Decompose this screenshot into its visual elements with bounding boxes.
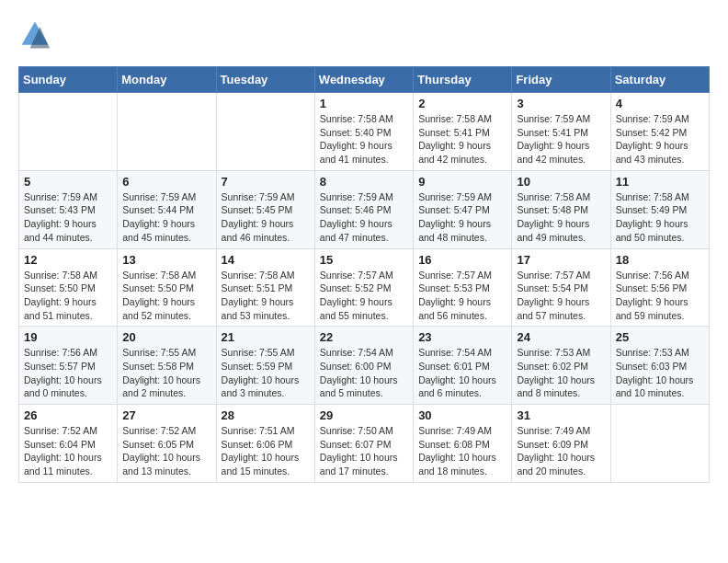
calendar-cell: 11Sunrise: 7:58 AM Sunset: 5:49 PM Dayli…: [610, 170, 709, 248]
calendar-cell: 13Sunrise: 7:58 AM Sunset: 5:50 PM Dayli…: [118, 248, 216, 327]
day-info: Sunrise: 7:59 AM Sunset: 5:47 PM Dayligh…: [418, 190, 506, 245]
calendar-cell: [216, 93, 314, 171]
calendar-week-row: 26Sunrise: 7:52 AM Sunset: 6:04 PM Dayli…: [19, 405, 710, 483]
day-number: 11: [616, 175, 704, 189]
day-info: Sunrise: 7:59 AM Sunset: 5:43 PM Dayligh…: [24, 190, 112, 245]
day-number: 18: [616, 253, 704, 267]
calendar-cell: 15Sunrise: 7:57 AM Sunset: 5:52 PM Dayli…: [314, 248, 413, 327]
calendar-cell: 14Sunrise: 7:58 AM Sunset: 5:51 PM Dayli…: [216, 248, 314, 327]
logo: [18, 18, 55, 52]
col-header-friday: Friday: [512, 67, 610, 93]
day-info: Sunrise: 7:58 AM Sunset: 5:49 PM Dayligh…: [616, 190, 704, 245]
calendar-cell: 24Sunrise: 7:53 AM Sunset: 6:02 PM Dayli…: [512, 327, 610, 405]
logo-icon: [18, 18, 51, 52]
col-header-sunday: Sunday: [19, 67, 118, 93]
day-number: 20: [122, 330, 210, 344]
calendar-header-row: SundayMondayTuesdayWednesdayThursdayFrid…: [19, 67, 710, 93]
day-info: Sunrise: 7:56 AM Sunset: 5:56 PM Dayligh…: [616, 269, 704, 323]
header: [18, 18, 710, 52]
calendar-cell: 1Sunrise: 7:58 AM Sunset: 5:40 PM Daylig…: [314, 93, 413, 171]
day-number: 26: [24, 408, 112, 422]
calendar-cell: 27Sunrise: 7:52 AM Sunset: 6:05 PM Dayli…: [118, 405, 216, 483]
day-info: Sunrise: 7:49 AM Sunset: 6:09 PM Dayligh…: [517, 424, 605, 478]
day-info: Sunrise: 7:53 AM Sunset: 6:02 PM Dayligh…: [517, 346, 605, 400]
calendar-week-row: 19Sunrise: 7:56 AM Sunset: 5:57 PM Dayli…: [19, 327, 710, 405]
day-info: Sunrise: 7:57 AM Sunset: 5:53 PM Dayligh…: [418, 269, 506, 323]
day-number: 15: [320, 253, 408, 267]
day-info: Sunrise: 7:52 AM Sunset: 6:04 PM Dayligh…: [24, 424, 112, 478]
day-number: 24: [517, 330, 605, 344]
calendar-cell: [118, 93, 216, 171]
day-number: 17: [517, 253, 605, 267]
day-number: 13: [122, 253, 210, 267]
day-info: Sunrise: 7:50 AM Sunset: 6:07 PM Dayligh…: [320, 424, 408, 478]
day-info: Sunrise: 7:59 AM Sunset: 5:41 PM Dayligh…: [517, 112, 605, 167]
day-number: 6: [122, 175, 210, 189]
calendar-cell: 29Sunrise: 7:50 AM Sunset: 6:07 PM Dayli…: [314, 405, 413, 483]
calendar-cell: 3Sunrise: 7:59 AM Sunset: 5:41 PM Daylig…: [512, 93, 610, 171]
day-info: Sunrise: 7:59 AM Sunset: 5:45 PM Dayligh…: [222, 190, 310, 245]
day-number: 16: [418, 253, 506, 267]
calendar-cell: 8Sunrise: 7:59 AM Sunset: 5:46 PM Daylig…: [314, 170, 413, 248]
day-info: Sunrise: 7:58 AM Sunset: 5:41 PM Dayligh…: [418, 112, 506, 167]
day-info: Sunrise: 7:55 AM Sunset: 5:59 PM Dayligh…: [222, 346, 310, 400]
day-info: Sunrise: 7:55 AM Sunset: 5:58 PM Dayligh…: [122, 346, 210, 400]
col-header-tuesday: Tuesday: [216, 67, 314, 93]
calendar-cell: 22Sunrise: 7:54 AM Sunset: 6:00 PM Dayli…: [314, 327, 413, 405]
day-number: 7: [222, 175, 310, 189]
calendar-cell: 19Sunrise: 7:56 AM Sunset: 5:57 PM Dayli…: [19, 327, 118, 405]
day-info: Sunrise: 7:58 AM Sunset: 5:50 PM Dayligh…: [24, 269, 112, 323]
calendar-cell: 21Sunrise: 7:55 AM Sunset: 5:59 PM Dayli…: [216, 327, 314, 405]
calendar-cell: 10Sunrise: 7:58 AM Sunset: 5:48 PM Dayli…: [512, 170, 610, 248]
calendar-cell: 25Sunrise: 7:53 AM Sunset: 6:03 PM Dayli…: [610, 327, 709, 405]
day-info: Sunrise: 7:58 AM Sunset: 5:48 PM Dayligh…: [517, 190, 605, 245]
day-number: 30: [418, 408, 506, 422]
calendar-cell: 5Sunrise: 7:59 AM Sunset: 5:43 PM Daylig…: [19, 170, 118, 248]
day-number: 31: [517, 408, 605, 422]
col-header-monday: Monday: [118, 67, 216, 93]
day-number: 1: [320, 97, 408, 110]
calendar-cell: 20Sunrise: 7:55 AM Sunset: 5:58 PM Dayli…: [118, 327, 216, 405]
day-number: 10: [517, 175, 605, 189]
day-number: 4: [616, 97, 704, 110]
day-info: Sunrise: 7:59 AM Sunset: 5:42 PM Dayligh…: [616, 112, 704, 167]
calendar-cell: [610, 405, 709, 483]
calendar-week-row: 5Sunrise: 7:59 AM Sunset: 5:43 PM Daylig…: [19, 170, 710, 248]
day-number: 21: [222, 330, 310, 344]
calendar-cell: 12Sunrise: 7:58 AM Sunset: 5:50 PM Dayli…: [19, 248, 118, 327]
calendar-cell: 28Sunrise: 7:51 AM Sunset: 6:06 PM Dayli…: [216, 405, 314, 483]
day-info: Sunrise: 7:59 AM Sunset: 5:44 PM Dayligh…: [122, 190, 210, 245]
day-number: 9: [418, 175, 506, 189]
day-info: Sunrise: 7:58 AM Sunset: 5:51 PM Dayligh…: [222, 269, 310, 323]
day-number: 5: [24, 175, 112, 189]
day-info: Sunrise: 7:59 AM Sunset: 5:46 PM Dayligh…: [320, 190, 408, 245]
calendar-cell: 23Sunrise: 7:54 AM Sunset: 6:01 PM Dayli…: [414, 327, 512, 405]
day-info: Sunrise: 7:54 AM Sunset: 6:01 PM Dayligh…: [418, 346, 506, 400]
calendar-cell: 4Sunrise: 7:59 AM Sunset: 5:42 PM Daylig…: [610, 93, 709, 171]
calendar: SundayMondayTuesdayWednesdayThursdayFrid…: [18, 66, 710, 483]
col-header-thursday: Thursday: [414, 67, 512, 93]
day-number: 12: [24, 253, 112, 267]
calendar-week-row: 1Sunrise: 7:58 AM Sunset: 5:40 PM Daylig…: [19, 93, 710, 171]
day-info: Sunrise: 7:58 AM Sunset: 5:40 PM Dayligh…: [320, 112, 408, 167]
day-info: Sunrise: 7:53 AM Sunset: 6:03 PM Dayligh…: [616, 346, 704, 400]
day-number: 23: [418, 330, 506, 344]
day-number: 22: [320, 330, 408, 344]
day-info: Sunrise: 7:52 AM Sunset: 6:05 PM Dayligh…: [122, 424, 210, 478]
calendar-cell: 17Sunrise: 7:57 AM Sunset: 5:54 PM Dayli…: [512, 248, 610, 327]
calendar-cell: 18Sunrise: 7:56 AM Sunset: 5:56 PM Dayli…: [610, 248, 709, 327]
col-header-saturday: Saturday: [610, 67, 709, 93]
day-info: Sunrise: 7:54 AM Sunset: 6:00 PM Dayligh…: [320, 346, 408, 400]
calendar-week-row: 12Sunrise: 7:58 AM Sunset: 5:50 PM Dayli…: [19, 248, 710, 327]
day-number: 2: [418, 97, 506, 110]
calendar-cell: [19, 93, 118, 171]
day-info: Sunrise: 7:58 AM Sunset: 5:50 PM Dayligh…: [122, 269, 210, 323]
day-number: 19: [24, 330, 112, 344]
day-number: 29: [320, 408, 408, 422]
calendar-cell: 9Sunrise: 7:59 AM Sunset: 5:47 PM Daylig…: [414, 170, 512, 248]
day-number: 28: [222, 408, 310, 422]
day-number: 27: [122, 408, 210, 422]
calendar-cell: 30Sunrise: 7:49 AM Sunset: 6:08 PM Dayli…: [414, 405, 512, 483]
day-number: 25: [616, 330, 704, 344]
day-info: Sunrise: 7:56 AM Sunset: 5:57 PM Dayligh…: [24, 346, 112, 400]
